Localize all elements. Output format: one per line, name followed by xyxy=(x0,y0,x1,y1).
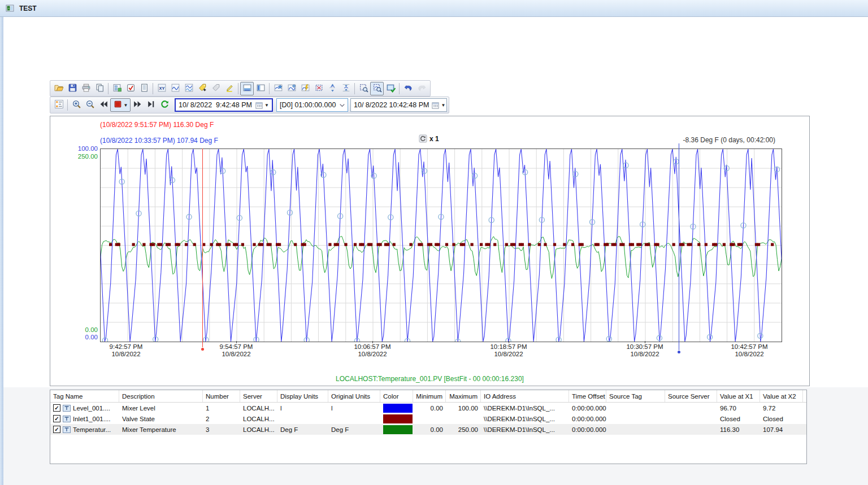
redo-button[interactable] xyxy=(415,82,428,95)
scale-box-button[interactable] xyxy=(312,82,326,95)
zoom-favorite-button[interactable] xyxy=(271,82,285,95)
cell-color xyxy=(380,404,413,413)
add-pen-button[interactable] xyxy=(196,82,209,95)
cursor-x1-line[interactable] xyxy=(202,148,203,347)
x-axis-tick xyxy=(645,341,645,343)
zoom-pan-button[interactable] xyxy=(285,82,298,95)
pen-color-swatch[interactable] xyxy=(383,404,413,413)
rewind-button[interactable] xyxy=(97,98,110,112)
dropdown-arrow-icon: ▼ xyxy=(264,103,269,108)
print-button[interactable] xyxy=(79,82,93,95)
fast-forward-button[interactable] xyxy=(131,98,144,112)
app-window: TEST XY ▼10/ 8/2022 9:42:48 PM▼[D0] 01:0… xyxy=(0,0,868,485)
column-header-display_units[interactable]: Display Units xyxy=(277,390,328,402)
cell-display_units: Deg F xyxy=(277,426,328,433)
remove-pen-button[interactable] xyxy=(209,82,223,95)
column-header-color[interactable]: Color xyxy=(380,390,413,402)
redo-icon xyxy=(417,83,427,94)
tag-icon xyxy=(63,426,71,433)
column-header-maximum[interactable]: Maximum xyxy=(446,390,481,402)
record-icon xyxy=(113,99,123,111)
xy-plot-button[interactable]: XY xyxy=(155,82,168,95)
layout-horizontal-button[interactable] xyxy=(240,82,254,95)
cell-time_offset: 0:00:00.000 xyxy=(569,416,606,422)
column-header-time_offset[interactable]: Time Offset xyxy=(569,390,606,402)
cursor-x1-handle[interactable] xyxy=(201,348,204,351)
duration-combo-value: [D0] 01:00:00.000 xyxy=(280,101,336,109)
cursor-x2-line[interactable] xyxy=(679,143,679,350)
tag-list-button[interactable] xyxy=(110,82,124,95)
tag-enabled-checkbox[interactable]: ✓ xyxy=(53,404,60,412)
table-row[interactable]: ✓Temperatur...Mixer Temperature3LOCALH..… xyxy=(50,424,806,435)
cell-description: Mixer Temperature xyxy=(119,426,203,433)
column-header-value_x1[interactable]: Value at X1 xyxy=(717,390,760,402)
multi-trend-button[interactable] xyxy=(182,82,196,95)
option-check-button[interactable] xyxy=(124,82,137,95)
column-header-description[interactable]: Description xyxy=(119,390,203,402)
skip-end-button[interactable] xyxy=(144,98,158,112)
column-header-minimum[interactable]: Minimum xyxy=(413,390,446,402)
tag-list-icon xyxy=(112,83,122,94)
auto-scale-icon xyxy=(301,83,310,94)
title-bar[interactable]: TEST xyxy=(0,0,868,17)
start-time-picker[interactable]: 10/ 8/2022 9:42:48 PM▼ xyxy=(175,98,273,112)
cell-time_offset: 0:00:00.000 xyxy=(569,426,606,433)
pen-color-swatch[interactable] xyxy=(383,425,413,434)
save-button[interactable] xyxy=(66,82,79,95)
copy-button[interactable] xyxy=(93,82,106,95)
column-header-server[interactable]: Server xyxy=(240,390,277,402)
undo-button[interactable] xyxy=(401,82,415,95)
table-row[interactable]: ✓Inlet1_001....Valve State2LOCALH...\\DE… xyxy=(50,413,806,424)
report-button[interactable] xyxy=(137,82,151,95)
zoom-box-button[interactable] xyxy=(357,82,370,95)
trend-button[interactable] xyxy=(168,82,182,95)
column-header-value_x2[interactable]: Value at X2 xyxy=(760,390,803,402)
column-header-io_address[interactable]: IO Address xyxy=(481,390,569,402)
tag-name-text: Inlet1_001.... xyxy=(73,416,111,422)
toolbar-separator xyxy=(354,83,355,94)
pen-color-swatch[interactable] xyxy=(383,414,413,423)
column-header-original_units[interactable]: Original Units xyxy=(328,390,380,402)
layout-vertical-icon xyxy=(256,83,266,94)
expand-y-button[interactable] xyxy=(326,82,339,95)
tag-enabled-checkbox[interactable]: ✓ xyxy=(53,426,60,433)
cell-value_x1: 116.30 xyxy=(717,426,760,433)
x-axis-tick-label: 10:18:57 PM10/8/2022 xyxy=(490,343,527,358)
end-time-picker[interactable]: 10/ 8/2022 10:42:48 PM▼ xyxy=(350,98,447,112)
tag-picker-toggle-button[interactable] xyxy=(52,98,66,112)
record-button[interactable]: ▼ xyxy=(110,98,131,112)
add-pen-icon xyxy=(198,83,207,94)
layout-vertical-button[interactable] xyxy=(254,82,267,95)
refresh-button[interactable] xyxy=(158,98,171,112)
open-file-button[interactable] xyxy=(52,82,66,95)
cursor-x2-handle[interactable] xyxy=(678,351,680,353)
undo-icon xyxy=(403,83,413,94)
zoom-box-xy-button[interactable] xyxy=(370,82,384,95)
zoom-in-button[interactable] xyxy=(70,98,83,112)
cell-original_units: Deg F xyxy=(328,426,380,433)
multi-trend-icon xyxy=(184,83,194,94)
update-multiplier[interactable]: x 1 xyxy=(419,134,439,143)
toolbar-separator xyxy=(399,83,400,94)
cell-server: LOCALH... xyxy=(240,426,277,433)
zoom-out-button[interactable] xyxy=(83,98,97,112)
table-row[interactable]: ✓Level_001....Mixer Level1LOCALH...ll0.0… xyxy=(50,403,806,413)
column-header-source_tag[interactable]: Source Tag xyxy=(606,390,665,402)
x-axis-tick-label: 10:30:57 PM10/8/2022 xyxy=(626,343,663,358)
app-icon xyxy=(6,4,15,13)
toolbar-separator xyxy=(108,83,108,94)
refresh-icon xyxy=(160,99,170,111)
annotate-button[interactable] xyxy=(223,82,236,95)
table-body: ✓Level_001....Mixer Level1LOCALH...ll0.0… xyxy=(50,403,806,435)
cell-color xyxy=(380,414,413,423)
column-header-source_server[interactable]: Source Server xyxy=(665,390,717,402)
duration-combo[interactable]: [D0] 01:00:00.000 xyxy=(276,98,348,112)
x-axis-tick-label: 10:06:57 PM10/8/2022 xyxy=(354,343,390,358)
tag-enabled-checkbox[interactable]: ✓ xyxy=(53,415,60,422)
live-refresh-button[interactable] xyxy=(384,82,397,95)
column-header-number[interactable]: Number xyxy=(203,390,240,402)
column-header-tag_name[interactable]: Tag Name xyxy=(50,390,119,402)
auto-scale-button[interactable] xyxy=(298,82,312,95)
toolbar-separator xyxy=(238,83,238,94)
compress-y-button[interactable] xyxy=(339,82,353,95)
